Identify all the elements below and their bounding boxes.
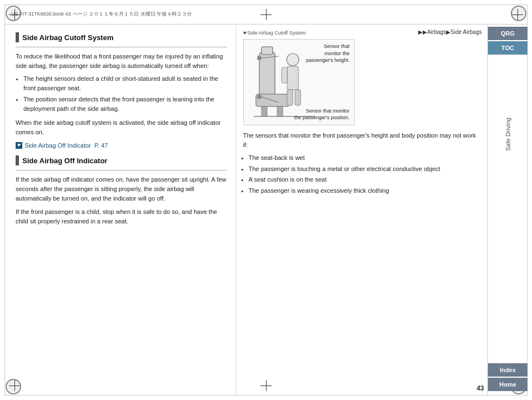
toc-button[interactable]: TOC bbox=[488, 41, 528, 55]
section2-para2: If the front passenger is a child, stop … bbox=[16, 207, 227, 226]
right-bullet-list: The seat-back is wet The passenger is to… bbox=[249, 153, 481, 195]
bullet-item: The height sensors detect a child or sho… bbox=[23, 74, 227, 93]
right-sidebar: QRG TOC Safe Driving Index Home bbox=[487, 25, 528, 396]
car-diagram: Sensor that monitor the passenger's heig… bbox=[243, 39, 355, 125]
qrg-button[interactable]: QRG bbox=[488, 27, 528, 40]
page-number: 43 bbox=[477, 384, 484, 392]
section2-title: Side Airbag Off Indicator bbox=[22, 157, 108, 165]
sidebar-section-label: Safe Driving bbox=[488, 55, 528, 214]
crosshair-tr bbox=[512, 9, 523, 20]
section1-bar bbox=[16, 32, 19, 42]
section1-divider bbox=[16, 47, 227, 47]
link-text: Side Airbag Off Indicator P. 47 bbox=[25, 142, 108, 149]
crosshair-tm bbox=[260, 9, 272, 20]
svg-rect-0 bbox=[259, 52, 275, 97]
svg-rect-2 bbox=[262, 106, 267, 116]
right-column: ☛Side Airbag Cutoff System bbox=[236, 25, 487, 396]
section1-intro: To reduce the likelihood that a front pa… bbox=[16, 52, 227, 71]
rc-bullet-item: The passenger is wearing excessively thi… bbox=[249, 186, 481, 196]
section2-divider bbox=[16, 170, 227, 170]
main-content: Side Airbag Cutoff System To reduce the … bbox=[4, 25, 487, 396]
svg-rect-11 bbox=[282, 67, 287, 83]
svg-rect-3 bbox=[277, 106, 283, 116]
svg-point-12 bbox=[257, 56, 262, 60]
section1-body2: When the side airbag cutoff system is ac… bbox=[16, 118, 227, 137]
sensor-label-bottom: Sensor that monitor the passenger's posi… bbox=[294, 108, 349, 121]
rc-bullet-item: The passenger is touching a metal or oth… bbox=[249, 164, 481, 174]
right-ref-label: ☛Side Airbag Cutoff System bbox=[243, 30, 481, 36]
section2-para1: If the side airbag off indicator comes o… bbox=[16, 175, 227, 203]
svg-rect-10 bbox=[295, 90, 301, 105]
rc-bullet-item: A seat cushion is on the seat bbox=[249, 175, 481, 184]
section1-header: Side Airbag Cutoff System bbox=[16, 32, 227, 42]
svg-rect-8 bbox=[287, 66, 298, 90]
index-button[interactable]: Index bbox=[488, 363, 528, 377]
section2: Side Airbag Off Indicator If the side ai… bbox=[16, 155, 227, 226]
section2-bar bbox=[16, 155, 19, 165]
svg-point-7 bbox=[287, 53, 299, 66]
svg-rect-4 bbox=[262, 47, 273, 55]
bullet-item: The position sensor detects that the fro… bbox=[23, 95, 227, 114]
crosshair-tl bbox=[9, 9, 20, 20]
right-body-text: The sensors that monitor the front passe… bbox=[243, 131, 481, 150]
svg-rect-9 bbox=[287, 90, 293, 105]
rc-bullet-item: The seat-back is wet bbox=[249, 153, 481, 163]
svg-point-13 bbox=[257, 95, 262, 99]
section1-title: Side Airbag Cutoff System bbox=[22, 33, 113, 42]
left-column: Side Airbag Cutoff System To reduce the … bbox=[4, 25, 236, 396]
link-icon: ☛ bbox=[16, 142, 22, 149]
section1-bullet-list: The height sensors detect a child or sho… bbox=[23, 74, 227, 114]
section2-header: Side Airbag Off Indicator bbox=[16, 155, 227, 165]
side-airbag-link[interactable]: ☛ Side Airbag Off Indicator P. 47 bbox=[16, 142, 108, 149]
home-button[interactable]: Home bbox=[488, 378, 528, 391]
sensor-label-top: Sensor that monitor the passenger's heig… bbox=[306, 43, 350, 64]
